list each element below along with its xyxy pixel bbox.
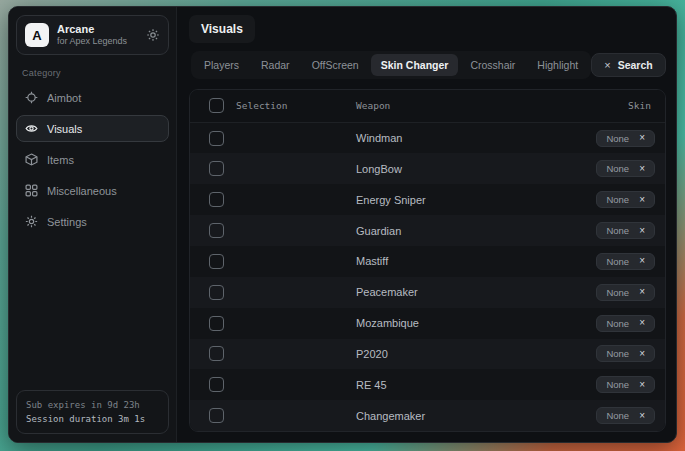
weapon-name: LongBow <box>348 163 547 175</box>
sidebar-item-label: Items <box>47 154 74 166</box>
page-title: Visuals <box>189 15 255 43</box>
skin-select-badge[interactable]: None× <box>596 222 655 239</box>
skin-value: None <box>606 379 629 390</box>
app-header-card: A Arcane for Apex Legends <box>16 15 169 55</box>
skin-select-badge[interactable]: None× <box>596 284 655 301</box>
sidebar-item-items[interactable]: Items <box>16 146 169 173</box>
skin-value: None <box>606 287 629 298</box>
weapon-name: Mozambique <box>348 317 547 329</box>
table-row: P2020None× <box>190 339 665 370</box>
table-row: ChangemakerNone× <box>190 400 665 431</box>
clear-skin-icon[interactable]: × <box>639 349 645 359</box>
gear-icon <box>25 215 38 228</box>
row-checkbox[interactable] <box>209 192 224 207</box>
skin-select-badge[interactable]: None× <box>596 253 655 270</box>
tab-crosshair[interactable]: Crosshair <box>460 54 525 76</box>
app-meta: Arcane for Apex Legends <box>57 23 138 47</box>
sidebar-item-settings[interactable]: Settings <box>16 208 169 235</box>
sidebar-item-label: Aimbot <box>47 92 81 104</box>
tab-offscreen[interactable]: OffScreen <box>302 54 369 76</box>
table-row: PeacemakerNone× <box>190 277 665 308</box>
sidebar-item-aimbot[interactable]: Aimbot <box>16 84 169 111</box>
app-logo: A <box>25 23 49 47</box>
sidebar-item-label: Visuals <box>47 123 82 135</box>
table-header-row: Selection Weapon Skin <box>190 90 665 123</box>
clear-skin-icon[interactable]: × <box>639 380 645 390</box>
weapon-name: P2020 <box>348 348 547 360</box>
skin-value: None <box>606 318 629 329</box>
row-checkbox[interactable] <box>209 346 224 361</box>
table-row: RE 45None× <box>190 369 665 400</box>
table-row: MastiffNone× <box>190 246 665 277</box>
tab-players[interactable]: Players <box>194 54 249 76</box>
table-row: WindmanNone× <box>190 123 665 154</box>
skin-column-header: Skin <box>547 100 665 111</box>
weapon-name: Changemaker <box>348 410 547 422</box>
session-card: Sub expires in 9d 23h Session duration 3… <box>16 390 169 434</box>
weapon-name: Peacemaker <box>348 286 547 298</box>
row-checkbox[interactable] <box>209 161 224 176</box>
tab-row: PlayersRadarOffScreenSkin ChangerCrossha… <box>191 51 664 79</box>
app-tagline: for Apex Legends <box>57 36 138 47</box>
skin-value: None <box>606 410 629 421</box>
category-label: Category <box>22 68 169 78</box>
eye-icon <box>25 122 38 135</box>
header-gear-icon[interactable] <box>146 28 160 42</box>
clear-skin-icon[interactable]: × <box>639 164 645 174</box>
tab-highlight[interactable]: Highlight <box>527 54 588 76</box>
weapon-name: Windman <box>348 132 547 144</box>
row-checkbox[interactable] <box>209 377 224 392</box>
skin-select-badge[interactable]: None× <box>596 191 655 208</box>
search-button[interactable]: × Search <box>591 53 665 77</box>
table-row: GuardianNone× <box>190 215 665 246</box>
skin-value: None <box>606 133 629 144</box>
weapon-name: Mastiff <box>348 255 547 267</box>
sidebar-item-miscellaneous[interactable]: Miscellaneous <box>16 177 169 204</box>
row-checkbox[interactable] <box>209 254 224 269</box>
clear-skin-icon[interactable]: × <box>639 287 645 297</box>
row-checkbox[interactable] <box>209 408 224 423</box>
select-all-checkbox[interactable] <box>209 98 224 113</box>
grid-icon <box>25 184 38 197</box>
weapon-column-header: Weapon <box>348 100 547 111</box>
tab-skin-changer[interactable]: Skin Changer <box>371 54 459 76</box>
skin-select-badge[interactable]: None× <box>596 345 655 362</box>
row-checkbox[interactable] <box>209 316 224 331</box>
app-name: Arcane <box>57 23 138 36</box>
skin-select-badge[interactable]: None× <box>596 407 655 424</box>
table-row: MozambiqueNone× <box>190 308 665 339</box>
title-bar: Visuals <box>189 15 666 43</box>
weapon-name: RE 45 <box>348 379 547 391</box>
clear-skin-icon[interactable]: × <box>639 256 645 266</box>
skin-value: None <box>606 225 629 236</box>
row-checkbox[interactable] <box>209 131 224 146</box>
table-row: LongBowNone× <box>190 153 665 184</box>
clear-skin-icon[interactable]: × <box>639 318 645 328</box>
search-label: Search <box>618 59 653 71</box>
skin-select-badge[interactable]: None× <box>596 315 655 332</box>
row-checkbox[interactable] <box>209 223 224 238</box>
clear-skin-icon[interactable]: × <box>639 226 645 236</box>
table-row: Energy SniperNone× <box>190 184 665 215</box>
skin-select-badge[interactable]: None× <box>596 130 655 147</box>
sidebar-nav: AimbotVisualsItemsMiscellaneousSettings <box>16 84 169 235</box>
skin-select-badge[interactable]: None× <box>596 376 655 393</box>
weapon-name: Guardian <box>348 225 547 237</box>
session-duration-text: Session duration 3m 1s <box>26 412 159 426</box>
tab-bar: PlayersRadarOffScreenSkin ChangerCrossha… <box>191 51 591 79</box>
selection-column-header: Selection <box>236 100 348 111</box>
table-body: WindmanNone×LongBowNone×Energy SniperNon… <box>190 123 665 431</box>
skin-select-badge[interactable]: None× <box>596 160 655 177</box>
sidebar-item-visuals[interactable]: Visuals <box>16 115 169 142</box>
row-checkbox[interactable] <box>209 285 224 300</box>
weapon-name: Energy Sniper <box>348 194 547 206</box>
sub-expiry-text: Sub expires in 9d 23h <box>26 398 159 412</box>
clear-skin-icon[interactable]: × <box>639 195 645 205</box>
skin-value: None <box>606 256 629 267</box>
search-icon: × <box>604 59 610 71</box>
clear-skin-icon[interactable]: × <box>639 411 645 421</box>
sidebar-item-label: Miscellaneous <box>47 185 117 197</box>
tab-radar[interactable]: Radar <box>251 54 300 76</box>
clear-skin-icon[interactable]: × <box>639 133 645 143</box>
crosshair-icon <box>25 91 38 104</box>
